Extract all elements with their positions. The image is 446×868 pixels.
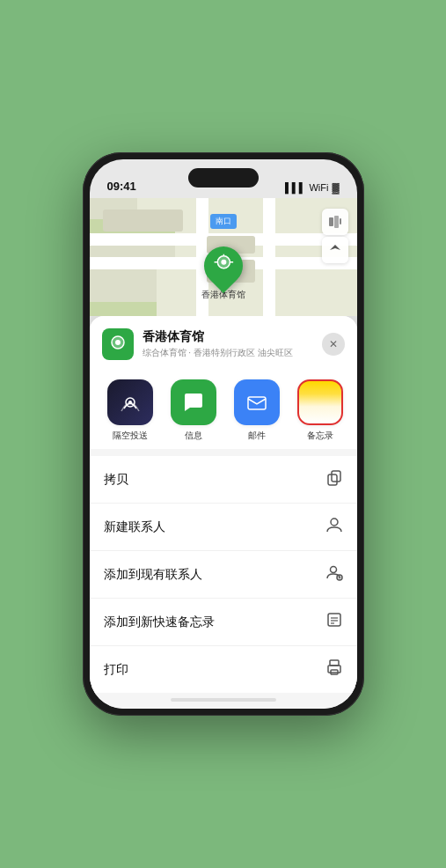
status-icons: ▌▌▌ WiFi ▓ [285, 182, 339, 193]
new-contact-icon [325, 516, 343, 538]
quick-note-icon [325, 611, 343, 633]
close-button[interactable]: ✕ [322, 333, 345, 356]
svg-point-11 [128, 401, 132, 404]
svg-point-18 [331, 519, 338, 526]
location-pin: 香港体育馆 [201, 246, 245, 301]
map-controls [322, 209, 348, 263]
share-item-notes[interactable]: 备忘录 [289, 379, 352, 442]
notes-icon [297, 379, 343, 425]
wifi-icon: WiFi [309, 182, 328, 193]
share-item-mail[interactable]: 邮件 [225, 379, 289, 442]
action-print[interactable]: 打印 [90, 646, 357, 693]
action-copy[interactable]: 拷贝 [90, 456, 357, 504]
action-add-notes-label: 添加到新快速备忘录 [104, 614, 215, 630]
mail-icon [234, 379, 280, 425]
share-item-airdrop[interactable]: 隔空投送 [99, 379, 162, 442]
action-copy-label: 拷贝 [104, 472, 128, 488]
mail-label: 邮件 [248, 430, 266, 442]
bottom-handle [171, 698, 276, 702]
signal-icon: ▌▌▌ [285, 182, 305, 193]
airdrop-label: 隔空投送 [113, 430, 148, 442]
action-add-existing[interactable]: 添加到现有联系人 [90, 551, 357, 599]
pin-inner [214, 254, 233, 278]
add-contact-icon [325, 563, 343, 585]
notes-lines-decoration [315, 386, 325, 418]
svg-rect-12 [248, 397, 266, 409]
status-time: 09:41 [107, 180, 136, 193]
phone-screen: 09:41 ▌▌▌ WiFi ▓ [90, 159, 357, 709]
venue-header: 香港体育馆 综合体育馆 · 香港特别行政区 油尖旺区 ✕ [90, 316, 357, 369]
share-item-messages[interactable]: 信息 [162, 379, 225, 442]
copy-icon [325, 468, 343, 490]
dynamic-island [188, 168, 259, 188]
svg-rect-23 [328, 614, 340, 626]
map-area: 南口 [90, 198, 357, 316]
action-add-existing-label: 添加到现有联系人 [104, 567, 202, 583]
bottom-sheet: 香港体育馆 综合体育馆 · 香港特别行政区 油尖旺区 ✕ [90, 316, 357, 709]
print-icon [325, 658, 343, 680]
venue-icon [102, 328, 134, 360]
action-new-contact-label: 新建联系人 [104, 519, 165, 535]
airdrop-icon [107, 379, 153, 425]
svg-point-9 [115, 340, 121, 345]
action-add-notes[interactable]: 添加到新快速备忘录 [90, 599, 357, 646]
svg-rect-17 [328, 474, 337, 485]
svg-rect-27 [330, 660, 339, 666]
venue-info: 香港体育馆 综合体育馆 · 香港特别行政区 油尖旺区 [143, 329, 322, 359]
svg-rect-0 [329, 217, 333, 226]
action-list: 拷贝 新建联系人 [90, 456, 357, 693]
battery-icon: ▓ [332, 182, 339, 193]
share-row: 隔空投送 信息 [90, 369, 357, 449]
share-item-more[interactable]: 提 [352, 379, 357, 442]
svg-point-19 [330, 567, 336, 573]
svg-rect-2 [340, 218, 341, 224]
venue-name: 香港体育馆 [143, 329, 322, 345]
venue-subtitle: 综合体育馆 · 香港特别行政区 油尖旺区 [143, 347, 322, 359]
phone-frame: 09:41 ▌▌▌ WiFi ▓ [83, 152, 364, 716]
notes-label: 备忘录 [307, 430, 333, 442]
svg-rect-16 [332, 471, 340, 482]
pin-circle [195, 239, 250, 293]
map-type-button[interactable] [322, 209, 348, 235]
action-new-contact[interactable]: 新建联系人 [90, 504, 357, 551]
messages-label: 信息 [185, 430, 202, 442]
svg-rect-28 [328, 666, 340, 673]
map-label: 南口 [210, 214, 237, 229]
messages-icon [171, 379, 216, 425]
location-button[interactable] [322, 237, 348, 263]
svg-rect-1 [334, 216, 339, 228]
action-print-label: 打印 [104, 662, 128, 678]
